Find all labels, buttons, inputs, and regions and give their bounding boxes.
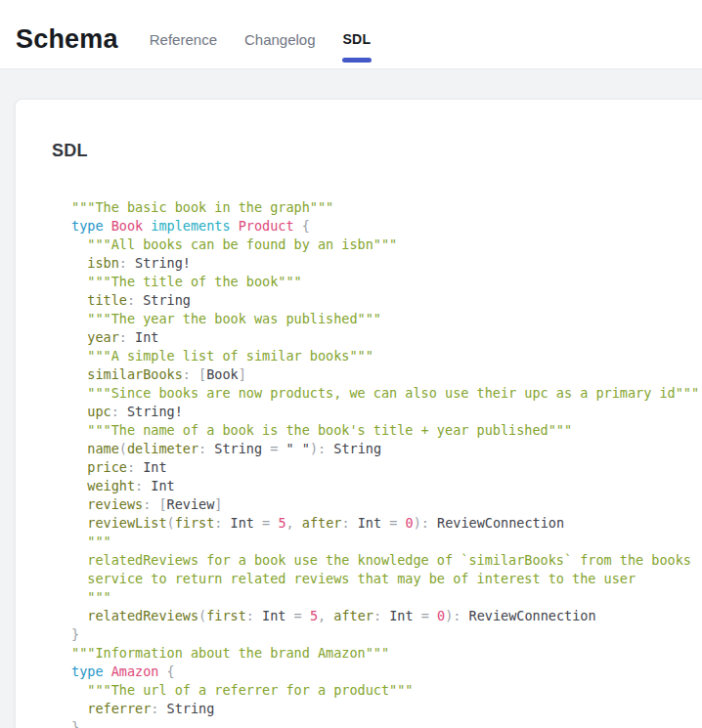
code-line: type Amazon { [71, 663, 685, 681]
code-line: """The name of a book is the book's titl… [71, 421, 685, 440]
code-line: upc: String! [71, 403, 685, 421]
tab-sdl-label: SDL [343, 31, 372, 47]
code-line: price: Int [71, 458, 685, 477]
code-line: """A simple list of similar books""" [71, 347, 685, 365]
code-line: title: String [71, 291, 685, 310]
code-line: } [71, 718, 685, 728]
active-tab-indicator [342, 58, 372, 63]
code-line: name(delimeter: String = " "): String [71, 440, 685, 458]
code-line: similarBooks: [Book] [71, 365, 685, 384]
code-line: """The year the book was published""" [71, 310, 685, 328]
page-title: Schema [16, 24, 118, 55]
tab-bar: Reference Changelog SDL [148, 31, 373, 48]
sdl-code-block: """The basic book in the graph"""type Bo… [71, 198, 685, 728]
code-line: """ [71, 533, 685, 551]
code-line: year: Int [71, 328, 685, 347]
code-line: referrer: String [71, 700, 685, 718]
code-line: } [71, 625, 685, 644]
tab-changelog[interactable]: Changelog [242, 31, 318, 48]
code-line: """The title of the book""" [71, 273, 685, 291]
code-line: isbn: String! [71, 254, 685, 273]
code-line: """Information about the brand Amazon""" [71, 644, 685, 663]
code-line: weight: Int [71, 477, 685, 495]
sdl-card: SDL """The basic book in the graph"""typ… [15, 99, 702, 728]
code-line: """The basic book in the graph""" [71, 198, 685, 217]
code-line: """Since books are now products, we can … [71, 384, 685, 403]
code-line: type Book implements Product { [71, 217, 685, 236]
code-line: service to return related reviews that m… [71, 570, 685, 588]
sdl-card-heading: SDL [52, 141, 685, 161]
code-line: """The url of a referrer for a product""… [71, 681, 685, 700]
tab-reference[interactable]: Reference [148, 31, 219, 48]
tab-sdl[interactable]: SDL [341, 31, 373, 47]
code-line: """ [71, 588, 685, 607]
code-line: relatedReviews for a book use the knowle… [71, 551, 685, 570]
code-line: relatedReviews(first: Int = 5, after: In… [71, 607, 685, 625]
schema-header: Schema Reference Changelog SDL [0, 0, 702, 69]
code-line: reviewList(first: Int = 5, after: Int = … [71, 514, 685, 533]
code-line: """All books can be found by an isbn""" [71, 236, 685, 254]
code-line: reviews: [Review] [71, 495, 685, 514]
